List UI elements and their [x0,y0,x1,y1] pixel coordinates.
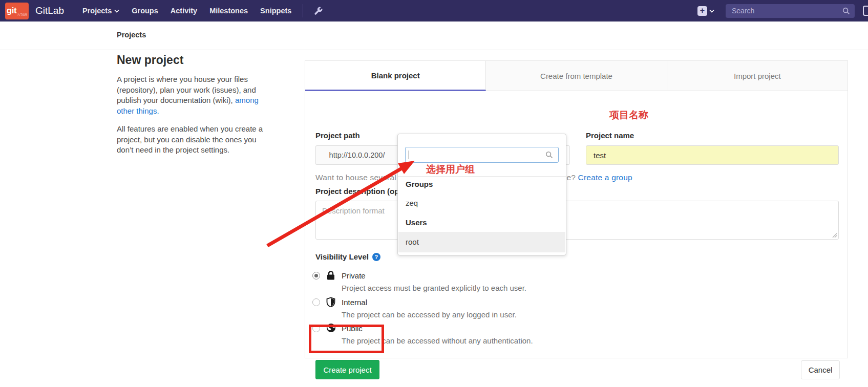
chevron-down-icon [709,9,714,13]
nav-item-activity[interactable]: Activity [171,7,197,15]
dropdown-header-users: Users [406,218,427,227]
wrench-icon [313,6,323,16]
breadcrumb[interactable]: Projects [117,31,146,39]
visibility-option-public: Public The project can be accessed witho… [312,324,773,349]
project-type-tabs: Blank project Create from template Impor… [305,61,848,91]
dropdown-divider [398,176,566,177]
text-cursor [409,150,409,159]
private-radio[interactable] [312,272,320,280]
dropdown-header-groups: Groups [406,180,433,188]
visibility-level-label: Visibility Level ? [315,252,380,261]
nav-item-milestones[interactable]: Milestones [209,7,248,15]
new-project-panel: Blank project Create from template Impor… [305,60,848,358]
intro-paragraph-1: A project is where you house your files … [117,74,271,116]
visibility-option-internal: Internal The project can be accessed by … [312,298,773,322]
tab-blank-project[interactable]: Blank project [305,61,486,91]
public-option-description: The project can be accessed without any … [342,336,533,345]
project-path-label: Project path [315,131,360,140]
search-icon [545,151,553,159]
git-logo-text: git [7,6,16,16]
lock-icon [326,270,335,281]
private-option-description: Project access must be granted explicitl… [342,284,526,292]
intro-column: New project A project is where you house… [117,53,271,163]
search-input[interactable] [726,7,855,15]
nav-item-projects[interactable]: Projects [82,7,119,15]
internal-radio[interactable] [312,298,320,306]
namespace-dropdown: Groups zeq Users root [397,134,566,255]
top-nav: git 入门指南 GitLab Projects Groups Activity… [0,0,868,22]
create-a-group-link[interactable]: Create a group [578,173,632,182]
project-description-textarea[interactable] [315,201,839,240]
globe-icon [326,323,336,333]
new-project-form: Project path http://10.0.0.200/ root Pro… [305,91,848,358]
public-option-name[interactable]: Public [342,324,363,333]
nav-item-snippets[interactable]: Snippets [260,7,291,15]
nav-right-group: + [697,4,868,18]
page-title: New project [117,53,271,67]
private-option-name[interactable]: Private [342,271,366,280]
global-search [726,4,855,18]
new-menu-button[interactable]: + [697,6,714,16]
dropdown-item-zeq[interactable]: zeq [406,199,418,207]
dropdown-item-root[interactable]: root [398,232,565,252]
shield-icon [326,297,335,307]
public-radio[interactable] [312,325,320,332]
chevron-down-icon [114,9,119,13]
project-name-label: Project name [586,131,634,140]
tab-import-project[interactable]: Import project [667,61,848,91]
project-name-input[interactable] [586,145,839,165]
internal-option-description: The project can be accessed by any logge… [342,310,517,319]
tab-create-from-template[interactable]: Create from template [486,61,667,91]
git-logo-subtext: 入门指南 [17,13,27,16]
breadcrumb-bar: Projects [0,22,868,50]
nav-edge-icon[interactable] [863,6,868,16]
internal-option-name[interactable]: Internal [342,298,367,307]
help-icon[interactable]: ? [372,253,380,261]
namespace-search-input[interactable] [405,147,559,163]
nav-menu: Projects Groups Activity Milestones Snip… [82,7,291,15]
create-project-button[interactable]: Create project [315,360,379,379]
project-url-prefix: http://10.0.0.200/ [315,145,398,165]
cancel-button[interactable]: Cancel [801,360,840,379]
brand-title[interactable]: GitLab [35,5,64,16]
search-icon [842,7,850,15]
visibility-option-private: Private Project access must be granted e… [312,271,773,296]
plus-icon: + [697,6,707,16]
nav-item-groups[interactable]: Groups [132,7,158,15]
nav-divider [303,4,303,17]
intro-paragraph-2: All features are enabled when you create… [117,124,271,156]
gitlab-logo[interactable]: git 入门指南 [5,3,29,19]
admin-area-button[interactable] [313,6,323,16]
